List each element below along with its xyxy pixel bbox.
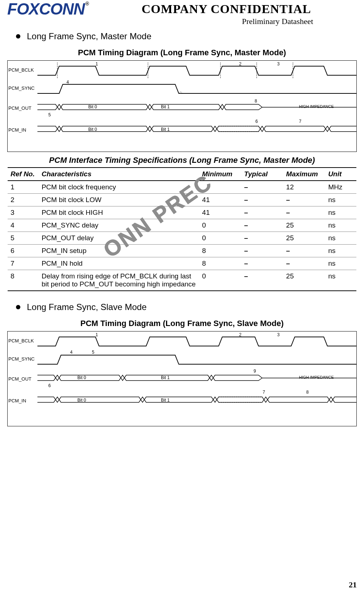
cell-unit: ns xyxy=(325,257,356,270)
cell-max: – xyxy=(283,194,325,206)
cell-max: – xyxy=(283,245,325,257)
signal-label: PCM_SYNC xyxy=(8,356,37,362)
cell-unit: ns xyxy=(325,270,356,291)
hiz-label: HIGH IMPEDANCE xyxy=(299,104,334,109)
table-row: 5PCM_OUT delay0–25ns xyxy=(8,232,356,245)
table-row: 6PCM_IN setup8––ns xyxy=(8,245,356,257)
cell-unit: ns xyxy=(325,245,356,257)
bit1-label: Bit 1 xyxy=(161,398,170,403)
section-heading: Long Frame Sync, Slave Mode xyxy=(27,302,147,312)
company-logo: FOXCONN ® xyxy=(7,0,89,18)
lane-in: PCM_IN 6 7 Bit 0 Bit 1 xyxy=(8,119,356,141)
cell-max: 25 xyxy=(283,270,325,291)
cell-char: PCM_IN hold xyxy=(39,257,199,270)
cell-typ: – xyxy=(241,194,283,206)
signal-label: PCM_OUT xyxy=(8,105,37,111)
section-heading: Long Frame Sync, Master Mode xyxy=(27,31,151,41)
page-number: 21 xyxy=(349,580,357,590)
cell-typ: – xyxy=(241,206,283,219)
cell-ref: 4 xyxy=(8,219,39,232)
marker-8: 8 xyxy=(255,99,257,104)
cell-unit: ns xyxy=(325,194,356,206)
marker-5: 5 xyxy=(92,350,94,355)
table-header-row: Ref No. Characteristics Minimum Typical … xyxy=(8,168,356,181)
cell-unit: MHz xyxy=(325,181,356,194)
bullet-icon xyxy=(16,305,20,309)
th-max: Maximum xyxy=(283,168,325,181)
lane-bclk: PCM_BCLK 1 2 3 xyxy=(8,331,356,350)
cell-typ: – xyxy=(241,257,283,270)
cell-unit: ns xyxy=(325,219,356,232)
bit0-label: Bit 0 xyxy=(88,127,97,132)
cell-typ: – xyxy=(241,181,283,194)
signal-label: PCM_BCLK xyxy=(8,338,37,343)
lane-in: PCM_IN 7 8 Bit 0 Bit 1 xyxy=(8,390,356,411)
section-bullet-slave: Long Frame Sync, Slave Mode xyxy=(16,302,357,312)
th-unit: Unit xyxy=(325,168,356,181)
marker-8: 8 xyxy=(306,390,309,395)
lane-out: PCM_OUT 5 8 Bit 0 Bit 1 HIGH IMPEDANCE xyxy=(8,97,356,119)
cell-unit: ns xyxy=(325,206,356,219)
cell-min: 0 xyxy=(199,232,241,245)
th-min: Minimum xyxy=(199,168,241,181)
marker-1: 1 xyxy=(96,332,98,337)
marker-5: 5 xyxy=(48,112,51,117)
timing-diagram-master: PCM_BCLK 1 2 3 PCM_SYNC 4 xyxy=(7,60,357,152)
cell-min: 8 xyxy=(199,257,241,270)
lane-sync: PCM_SYNC 4 xyxy=(8,79,356,97)
bit1-label: Bit 1 xyxy=(161,104,170,109)
marker-4: 4 xyxy=(66,80,69,85)
th-char: Characteristics xyxy=(39,168,199,181)
cell-min xyxy=(199,181,241,194)
cell-char: PCM_SYNC delay xyxy=(39,219,199,232)
bit1-label: Bit 1 xyxy=(161,127,170,132)
table-row: 1PCM bit clock frequency–12MHz xyxy=(8,181,356,194)
cell-char: PCM_IN setup xyxy=(39,245,199,257)
cell-min: 0 xyxy=(199,219,241,232)
marker-2: 2 xyxy=(239,332,242,337)
cell-char: PCM bit clock frequency xyxy=(39,181,199,194)
cell-char: PCM bit clock HIGH xyxy=(39,206,199,219)
table-row: 3PCM bit clock HIGH41––ns xyxy=(8,206,356,219)
preliminary-subtitle: Preliminary Datasheet xyxy=(96,17,313,26)
cell-ref: 7 xyxy=(8,257,39,270)
cell-typ: – xyxy=(241,219,283,232)
marker-6: 6 xyxy=(48,383,51,388)
marker-7: 7 xyxy=(299,119,302,124)
lane-bclk: PCM_BCLK 1 2 3 xyxy=(8,61,356,79)
cell-typ: – xyxy=(241,245,283,257)
marker-1: 1 xyxy=(96,61,98,67)
lane-sync: PCM_SYNC 4 5 xyxy=(8,350,356,368)
table-row: 2PCM bit clock LOW41––ns xyxy=(8,194,356,206)
signal-label: PCM_BCLK xyxy=(8,67,37,73)
marker-7: 7 xyxy=(263,390,265,395)
cell-min: 0 xyxy=(199,270,241,291)
cell-unit: ns xyxy=(325,232,356,245)
section-bullet-master: Long Frame Sync, Master Mode xyxy=(16,31,357,41)
th-ref: Ref No. xyxy=(8,168,39,181)
bit0-label: Bit 0 xyxy=(88,104,97,109)
diagram-title-slave: PCM Timing Diagram (Long Frame Sync, Sla… xyxy=(7,319,357,328)
bit0-label: Bit 0 xyxy=(77,398,86,403)
cell-ref: 6 xyxy=(8,245,39,257)
cell-min: 41 xyxy=(199,194,241,206)
bullet-icon xyxy=(16,34,20,39)
signal-label: PCM_OUT xyxy=(8,376,37,382)
bit0-label: Bit 0 xyxy=(77,375,86,380)
lane-out: PCM_OUT 6 9 Bit 0 Bit 1 HIGH IMPEDANCE xyxy=(8,368,356,390)
marker-4: 4 xyxy=(70,350,73,355)
marker-9: 9 xyxy=(254,369,256,374)
marker-3: 3 xyxy=(277,61,280,67)
marker-6: 6 xyxy=(255,119,258,124)
timing-diagram-slave: PCM_BCLK 1 2 3 PCM_SYNC 4 5 PCM_ xyxy=(7,331,357,426)
signal-label: PCM_SYNC xyxy=(8,85,37,91)
diagram-title-master: PCM Timing Diagram (Long Frame Sync, Mas… xyxy=(7,48,357,57)
table-row: 4PCM_SYNC delay0–25ns xyxy=(8,219,356,232)
page: FOXCONN ® COMPANY CONFIDENTIAL Prelimina… xyxy=(0,0,364,595)
cell-typ: – xyxy=(241,270,283,291)
table-row: 7PCM_IN hold8––ns xyxy=(8,257,356,270)
cell-ref: 5 xyxy=(8,232,39,245)
cell-ref: 8 xyxy=(8,270,39,291)
cell-max: – xyxy=(283,257,325,270)
cell-char: Delay from rising edge of PCM_BCLK durin… xyxy=(39,270,199,291)
